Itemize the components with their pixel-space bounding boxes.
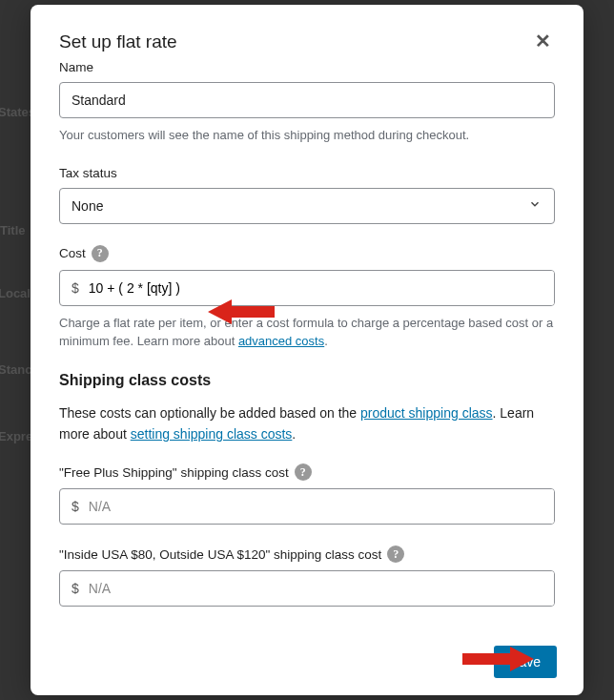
shipping-class-label: "Free Plus Shipping" shipping class cost <box>59 465 289 480</box>
shipping-class-row: "Free Plus Shipping" shipping class cost… <box>59 463 555 525</box>
tax-status-group: Tax status None <box>59 166 555 224</box>
shipping-class-label: "Inside USA $80, Outside USA $120" shipp… <box>59 547 381 562</box>
name-input[interactable] <box>59 82 555 118</box>
help-icon[interactable]: ? <box>92 245 109 262</box>
cost-help: Charge a flat rate per item, or enter a … <box>59 314 555 351</box>
modal-body[interactable]: Name Your customers will see the name of… <box>59 60 582 628</box>
flat-rate-modal: Set up flat rate ✕ Name Your customers w… <box>31 5 583 695</box>
modal-title: Set up flat rate <box>59 31 177 52</box>
help-icon[interactable]: ? <box>387 546 404 563</box>
shipping-class-title: Shipping class costs <box>59 372 555 389</box>
tax-status-label: Tax status <box>59 166 555 180</box>
help-icon[interactable]: ? <box>295 463 312 481</box>
currency-prefix: $ <box>60 571 89 606</box>
name-help: Your customers will see the name of this… <box>59 126 555 145</box>
cost-label: Cost <box>59 246 86 260</box>
shipping-class-row: "Inside USA $80, Outside USA $120" shipp… <box>59 546 555 607</box>
advanced-costs-link[interactable]: advanced costs <box>238 334 324 348</box>
save-button[interactable]: Save <box>494 646 557 678</box>
shipping-class-desc: These costs can optionally be added base… <box>59 402 555 445</box>
name-group: Name Your customers will see the name of… <box>59 60 555 145</box>
tax-status-select[interactable]: None <box>59 188 555 224</box>
setting-shipping-class-costs-link[interactable]: setting shipping class costs <box>131 426 293 442</box>
shipping-class-cost-input[interactable] <box>89 571 554 606</box>
currency-prefix: $ <box>60 271 89 305</box>
modal-footer: Save <box>31 628 583 695</box>
shipping-class-cost-input[interactable] <box>89 489 554 524</box>
cost-input-wrap: $ <box>59 270 555 306</box>
close-button[interactable]: ✕ <box>531 31 555 51</box>
cost-input[interactable] <box>89 271 554 305</box>
modal-header: Set up flat rate ✕ <box>31 5 583 60</box>
cost-group: Cost ? $ Charge a flat rate per item, or… <box>59 245 555 351</box>
product-shipping-class-link[interactable]: product shipping class <box>360 405 493 421</box>
name-label: Name <box>59 60 555 74</box>
currency-prefix: $ <box>60 489 89 524</box>
